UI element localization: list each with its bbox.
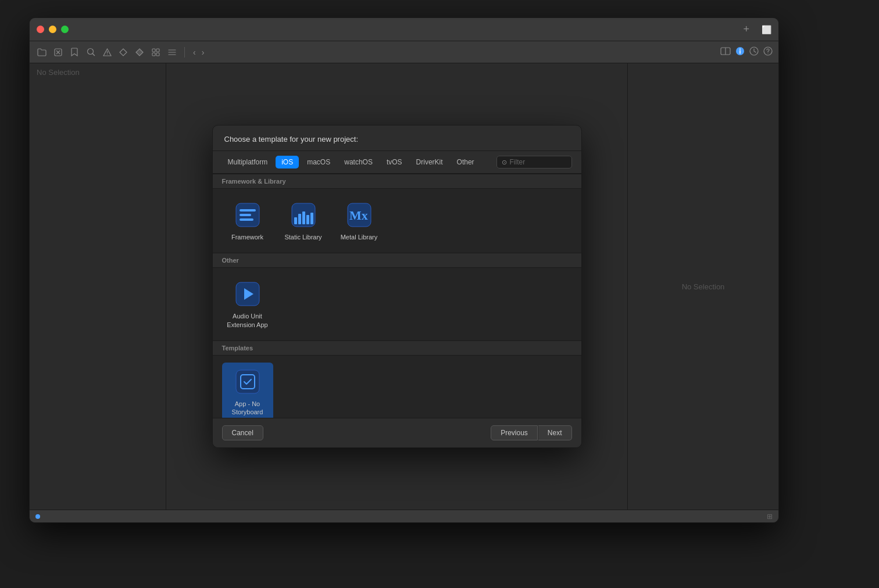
content-area: No Selection Choose a template for your …	[30, 63, 778, 510]
status-indicator	[35, 514, 40, 519]
static-library-icon	[289, 200, 318, 230]
template-item-audio-unit[interactable]: Audio Unit Extension App	[222, 275, 273, 334]
svg-point-2	[106, 53, 107, 54]
template-item-metal-library[interactable]: Mx Metal Library	[334, 196, 385, 246]
search-icon[interactable]	[84, 46, 97, 59]
toolbar-row: ‹ ›	[30, 41, 778, 63]
right-panel: No Selection	[627, 63, 778, 510]
minimize-button[interactable]	[49, 26, 56, 33]
svg-rect-4	[156, 49, 159, 52]
filter-icon: ⊙	[502, 159, 507, 166]
shape-icon[interactable]	[133, 46, 146, 59]
section-header-templates: Templates	[213, 340, 581, 356]
tab-other[interactable]: Other	[451, 156, 480, 168]
tab-watchos[interactable]: watchOS	[338, 156, 378, 168]
section-header-framework: Framework & Library	[213, 174, 581, 189]
svg-rect-26	[236, 370, 259, 393]
folder-icon[interactable]	[35, 46, 48, 59]
tab-multiplatform[interactable]: Multiplatform	[222, 156, 274, 168]
title-bar: + ⬜	[30, 18, 778, 41]
audio-unit-label: Audio Unit Extension App	[224, 312, 271, 329]
lines-icon[interactable]	[166, 46, 178, 59]
toolbar-right	[720, 46, 773, 58]
cancel-button[interactable]: Cancel	[222, 425, 263, 440]
metal-library-label: Metal Library	[341, 233, 378, 241]
nav-forward-button[interactable]: ›	[199, 46, 207, 58]
svg-rect-5	[152, 53, 155, 56]
svg-rect-13	[240, 209, 256, 211]
diamond-icon[interactable]	[117, 46, 130, 59]
other-items-grid: Audio Unit Extension App	[213, 268, 581, 340]
app-no-storyboard-icon	[233, 367, 262, 396]
close-button[interactable]	[37, 26, 44, 33]
section-header-other: Other	[213, 253, 581, 268]
dialog-footer: Cancel Previous Next	[213, 418, 581, 447]
svg-rect-20	[306, 215, 309, 224]
template-chooser-dialog: Choose a template for your new project: …	[212, 125, 582, 448]
svg-rect-15	[240, 218, 253, 221]
x-icon[interactable]	[52, 46, 65, 59]
framework-label: Framework	[231, 233, 263, 241]
tab-bar: Multiplatform iOS macOS watchOS tvOS Dri…	[213, 151, 581, 174]
warning-icon[interactable]	[101, 46, 113, 59]
svg-rect-17	[294, 217, 297, 224]
next-button[interactable]: Next	[538, 425, 572, 440]
panel-toggle-button[interactable]: ⬜	[762, 25, 771, 34]
status-right-icon: ⊞	[767, 512, 773, 521]
editor-toggle-icon[interactable]	[720, 47, 731, 57]
editor-area: Choose a template for your new project: …	[166, 63, 627, 510]
svg-rect-18	[298, 214, 301, 224]
tab-ios[interactable]: iOS	[276, 156, 299, 168]
tab-macos[interactable]: macOS	[301, 156, 336, 168]
add-button[interactable]: +	[743, 23, 749, 35]
metal-library-icon: Mx	[345, 200, 374, 230]
toolbar-nav: ‹ ›	[191, 46, 206, 58]
nav-back-button[interactable]: ‹	[191, 46, 198, 58]
svg-rect-19	[302, 211, 305, 224]
xcode-window: + ⬜	[29, 17, 779, 523]
tab-tvos[interactable]: tvOS	[381, 156, 408, 168]
template-content: Framework & Library	[213, 174, 581, 418]
svg-rect-21	[310, 213, 313, 224]
svg-rect-3	[152, 49, 155, 52]
status-bar: ⊞	[30, 510, 778, 522]
clock-icon[interactable]	[749, 46, 759, 58]
app-no-storyboard-label: App - No Storyboard	[224, 400, 271, 417]
grid-icon[interactable]	[149, 46, 162, 59]
tab-driverkit[interactable]: DriverKit	[410, 156, 449, 168]
svg-point-11	[767, 53, 768, 53]
inspector-icon[interactable]	[735, 46, 745, 58]
svg-text:Mx: Mx	[349, 208, 368, 223]
sidebar-no-selection: No Selection	[30, 63, 166, 81]
right-panel-no-selection: No Selection	[682, 282, 725, 291]
filter-box: ⊙	[496, 156, 572, 168]
dialog-overlay: Choose a template for your new project: …	[166, 63, 627, 510]
help-icon[interactable]	[763, 46, 773, 58]
footer-nav-buttons: Previous Next	[491, 425, 571, 440]
template-item-static-library[interactable]: Static Library	[278, 196, 329, 246]
svg-rect-14	[240, 214, 251, 216]
toolbar-separator	[184, 47, 185, 58]
audio-unit-icon	[233, 279, 262, 309]
template-item-app-no-storyboard[interactable]: App - No Storyboard	[222, 363, 273, 418]
traffic-lights	[37, 26, 69, 33]
sidebar: No Selection	[30, 63, 166, 510]
maximize-button[interactable]	[61, 26, 69, 33]
template-item-framework[interactable]: Framework	[222, 196, 273, 246]
framework-icon	[233, 200, 262, 230]
previous-button[interactable]: Previous	[491, 425, 538, 440]
templates-items-grid: App - No Storyboard	[213, 356, 581, 418]
framework-items-grid: Framework	[213, 189, 581, 253]
filter-input[interactable]	[510, 158, 567, 166]
svg-rect-6	[156, 53, 159, 56]
static-library-label: Static Library	[284, 233, 321, 241]
bookmark-icon[interactable]	[68, 46, 81, 59]
dialog-title: Choose a template for your new project:	[213, 126, 581, 151]
